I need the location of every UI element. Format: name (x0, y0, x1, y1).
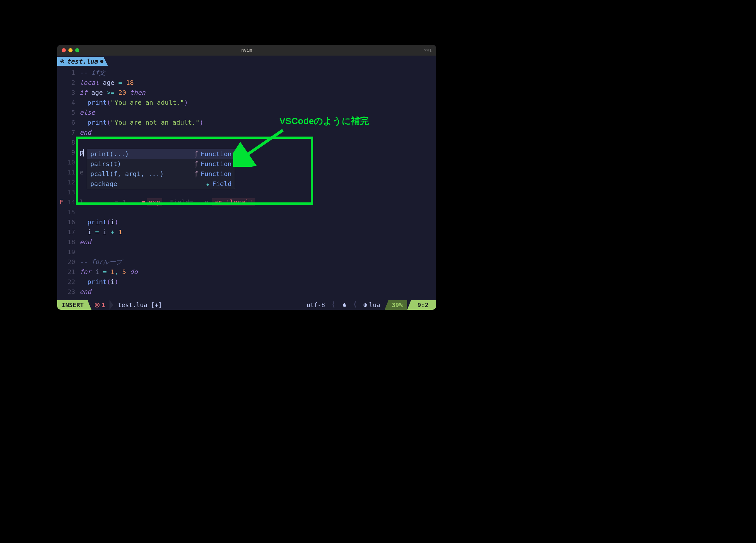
code-line[interactable]: 18end (57, 237, 436, 247)
line-number: 7 (66, 127, 80, 137)
zoom-window-button[interactable] (75, 48, 79, 52)
code-line[interactable]: E14l = 1 exp Field=' n ar 'local' (57, 197, 436, 207)
inline-diagnostic: ar 'local' (212, 198, 255, 206)
line-number: 22 (66, 277, 80, 287)
percent-segment: 39% (385, 300, 407, 310)
code-content[interactable]: print(i) (80, 217, 118, 227)
function-kind-icon: ƒ (194, 149, 198, 159)
code-line[interactable]: 20-- forループ (57, 257, 436, 267)
line-number: 6 (66, 118, 80, 127)
code-content[interactable]: l = 1 exp Field=' n ar 'local' (80, 197, 255, 207)
line-number: 13 (66, 187, 80, 197)
line-number: 8 (66, 137, 80, 147)
code-content[interactable]: -- forループ (80, 257, 122, 267)
code-content[interactable]: else (80, 108, 95, 118)
code-line[interactable]: 21for i = 1, 5 do (57, 267, 436, 277)
code-content[interactable]: print("You are not an adult.") (80, 118, 203, 127)
line-number: 11 (66, 167, 80, 177)
completion-popup[interactable]: print(...)ƒFunctionpairs(t)ƒFunctionpcal… (87, 149, 235, 189)
code-content[interactable]: local age = 18 (80, 78, 134, 88)
error-icon: × (95, 303, 100, 308)
separator-icon (110, 300, 113, 310)
code-content[interactable]: -- if文 (80, 68, 105, 78)
traffic-lights (62, 48, 79, 52)
completion-item-kind: Function (201, 149, 232, 159)
chevron-left-icon: ⟨ (330, 300, 338, 310)
line-number: 15 (66, 207, 80, 217)
line-number: 1 (66, 68, 80, 78)
encoding-segment: utf-8 (302, 300, 330, 310)
code-line[interactable]: 4 print("You are an adult.") (57, 98, 436, 108)
line-number: 4 (66, 98, 80, 108)
code-content[interactable]: print(i) (80, 277, 118, 287)
completion-item[interactable]: print(...)ƒFunction (87, 149, 235, 159)
completion-item-label: pcall(f, arg1, ...) (90, 169, 164, 179)
code-content[interactable]: print("You are an adult.") (80, 98, 188, 108)
function-kind-icon: ƒ (194, 159, 198, 169)
line-number: 23 (66, 287, 80, 297)
text-cursor (83, 149, 84, 156)
diagnostics-count: 1 (101, 302, 105, 309)
linux-icon (342, 302, 347, 308)
code-line[interactable]: 8 (57, 137, 436, 147)
completion-item-label: package (90, 179, 117, 189)
code-content[interactable]: p (80, 147, 84, 157)
lua-file-icon (60, 59, 64, 63)
completion-item[interactable]: pcall(f, arg1, ...)ƒFunction (87, 169, 235, 179)
code-editor[interactable]: 1-- if文2local age = 183if age >= 20 then… (57, 66, 436, 300)
line-number: 5 (66, 108, 80, 118)
filename-segment: test.lua [+] (113, 300, 166, 310)
code-line[interactable]: 3if age >= 20 then (57, 88, 436, 98)
code-line[interactable]: 17 i = i + 1 (57, 227, 436, 237)
statusline-spacer (166, 300, 302, 310)
code-content[interactable]: end (80, 127, 91, 137)
line-number: 3 (66, 88, 80, 98)
function-kind-icon: ƒ (194, 169, 198, 179)
code-line[interactable]: 1-- if文 (57, 68, 436, 78)
code-line[interactable]: 2local age = 18 (57, 78, 436, 88)
completion-item-kind: Field (212, 179, 232, 189)
filetype-segment: lua (359, 300, 384, 310)
code-content[interactable]: for i = 1, 5 do (80, 267, 138, 277)
buffer-tab[interactable]: test.lua (57, 57, 108, 66)
code-line[interactable]: 15 (57, 207, 436, 217)
terminal-window: nvim ⌥⌘1 test.lua 1-- if文2local age = 18… (57, 45, 436, 310)
code-content[interactable]: if age >= 20 then (80, 88, 145, 98)
code-line[interactable]: 23end (57, 287, 436, 297)
lua-filetype-icon (364, 303, 367, 307)
window-shortcut-hint: ⌥⌘1 (424, 48, 432, 53)
completion-item[interactable]: package⬥Field (87, 179, 235, 189)
line-number: 21 (66, 267, 80, 277)
code-line[interactable]: 6 print("You are not an adult.") (57, 118, 436, 127)
os-segment (338, 300, 351, 310)
position-segment: 9:2 (407, 300, 436, 310)
completion-item[interactable]: pairs(t)ƒFunction (87, 159, 235, 169)
close-window-button[interactable] (62, 48, 66, 52)
diagnostics-segment[interactable]: × 1 (92, 300, 110, 310)
line-number: 12 (66, 177, 80, 187)
completion-item-kind: Function (201, 159, 232, 169)
code-line[interactable]: 7end (57, 127, 436, 137)
code-line[interactable]: 16 print(i) (57, 217, 436, 227)
annotation-label: VSCodeのように補完 (279, 114, 369, 128)
line-number: 10 (66, 157, 80, 167)
line-number: 16 (66, 217, 80, 227)
line-number: 17 (66, 227, 80, 237)
code-content[interactable]: end (80, 287, 91, 297)
code-content[interactable]: end (80, 237, 91, 247)
code-line[interactable]: 5else (57, 108, 436, 118)
line-number: 18 (66, 237, 80, 247)
minimize-window-button[interactable] (68, 48, 73, 52)
code-line[interactable]: 19 (57, 247, 436, 257)
modified-indicator-icon (100, 60, 103, 63)
line-number: 9 (66, 147, 80, 157)
filetype-label: lua (369, 302, 380, 309)
code-line[interactable]: 22 print(i) (57, 277, 436, 287)
code-content[interactable]: i = i + 1 (80, 227, 122, 237)
line-number: 19 (66, 247, 80, 257)
code-content[interactable]: e (80, 167, 84, 177)
statusline: INSERT × 1 test.lua [+] utf-8 ⟨ ⟨ lua 39… (57, 300, 436, 310)
buffer-tabbar: test.lua (57, 56, 436, 66)
window-title: nvim (241, 48, 252, 53)
field-kind-icon: ⬥ (206, 179, 210, 189)
